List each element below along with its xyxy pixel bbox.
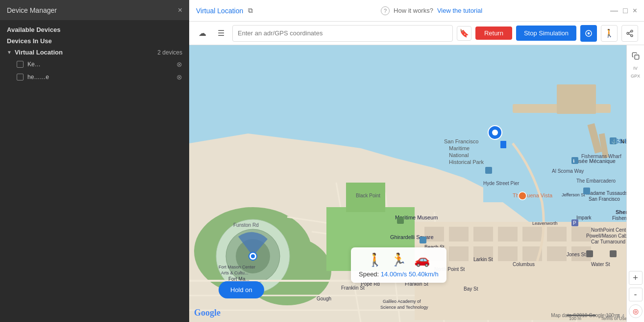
zoom-out-button[interactable]: - <box>629 288 643 301</box>
svg-text:Science and Technology: Science and Technology <box>380 305 428 310</box>
svg-text:Powell/Mason Cable: Powell/Mason Cable <box>586 233 631 239</box>
collapse-arrow-icon[interactable]: ▼ <box>7 50 12 55</box>
location-mode-button[interactable] <box>580 25 597 42</box>
cloud-icon-button[interactable]: ☁ <box>195 26 210 41</box>
search-input-wrap <box>232 25 453 42</box>
svg-rect-105 <box>420 237 426 243</box>
return-button[interactable]: Return <box>475 27 512 40</box>
speed-value[interactable]: 14.00m/s 50.40km/h <box>381 270 439 278</box>
svg-rect-47 <box>547 246 567 261</box>
svg-point-1 <box>588 32 590 34</box>
svg-rect-115 <box>635 55 639 59</box>
walk-mode-button[interactable]: 🚶 <box>601 25 618 42</box>
app-title: Device Manager <box>7 6 57 14</box>
compass-button[interactable]: ◎ <box>629 304 643 318</box>
svg-text:San Francisco: San Francisco <box>444 138 478 144</box>
svg-text:Jones St: Jones St <box>567 252 586 257</box>
app-header: Device Manager × <box>0 0 189 20</box>
copy-icon[interactable]: ⧉ <box>248 6 253 15</box>
help-text: How it works? <box>394 7 433 14</box>
jog-speed-icon[interactable]: 🏃 <box>391 252 406 268</box>
svg-text:Maritime: Maritime <box>449 145 470 151</box>
window-controls: — □ × <box>610 7 637 15</box>
svg-rect-27 <box>483 45 644 202</box>
svg-rect-100 <box>485 167 492 174</box>
svg-rect-42 <box>498 246 518 261</box>
speed-overlay: 🚶 🏃 🚗 Speed: 14.00m/s 50.40km/h <box>351 247 446 283</box>
map-area[interactable]: San Francisco Maritime National Historic… <box>189 45 644 322</box>
virtual-location-header: ▼ Virtual Location 2 devices <box>7 49 182 56</box>
vl-header-left: ▼ Virtual Location <box>7 49 63 56</box>
svg-text:Ghirardelli Square: Ghirardelli Square <box>390 234 434 240</box>
bookmark-button[interactable]: 🔖 <box>457 26 471 41</box>
hold-on-button[interactable]: Hold on <box>219 281 264 298</box>
svg-point-15 <box>251 254 255 258</box>
svg-text:Columbus: Columbus <box>513 262 535 267</box>
svg-rect-36 <box>449 227 469 242</box>
devices-in-use-header: Devices In Use <box>0 37 189 49</box>
svg-text:Black Point: Black Point <box>356 193 380 198</box>
svg-text:P: P <box>573 220 576 226</box>
svg-text:Fort Mason Center: Fort Mason Center <box>219 265 255 269</box>
svg-text:Funston Rd: Funston Rd <box>233 222 259 228</box>
gpx-label: GPX <box>631 74 640 79</box>
svg-text:Al Scoma Way: Al Scoma Way <box>552 168 584 174</box>
svg-line-6 <box>629 31 631 33</box>
drive-speed-icon[interactable]: 🚗 <box>414 252 430 268</box>
device-remove-button[interactable]: ⊗ <box>176 61 182 68</box>
device-checkbox[interactable] <box>17 61 24 68</box>
svg-text:Larkin St: Larkin St <box>473 257 493 262</box>
left-panel: Device Manager × Available Devices Devic… <box>0 0 189 322</box>
copy-map-button[interactable] <box>629 49 643 63</box>
devices-in-use-section: Devices In Use ▼ Virtual Location 2 devi… <box>0 37 189 322</box>
map-sidebar: IV GPX + - ◎ <box>626 45 644 322</box>
svg-text:National: National <box>449 152 469 158</box>
toolbar: ☁ ☰ 🔖 Return Stop Simulation 🚶 <box>189 22 644 45</box>
svg-rect-106 <box>397 217 404 224</box>
minimize-button[interactable]: — <box>610 7 618 15</box>
top-bar: Virtual Location ⧉ ? How it works? View … <box>189 0 644 22</box>
device-count: 2 devices <box>157 49 182 56</box>
svg-rect-38 <box>498 227 518 242</box>
device-item: he……e ⊗ <box>7 72 182 82</box>
svg-text:Jefferson St: Jefferson St <box>562 192 585 197</box>
device-item: Ke… ⊗ <box>7 59 182 70</box>
device-checkbox[interactable] <box>17 74 24 80</box>
svg-text:NorthPoint Centre: NorthPoint Centre <box>591 227 630 233</box>
svg-rect-43 <box>522 227 542 242</box>
close-button[interactable]: × <box>178 6 182 14</box>
share-mode-button[interactable] <box>621 25 638 42</box>
svg-text:Impark: Impark <box>576 215 592 220</box>
tutorial-link[interactable]: View the tutorial <box>437 7 482 14</box>
walk-speed-icon[interactable]: 🚶 <box>367 252 383 268</box>
search-input[interactable] <box>238 29 447 37</box>
svg-text:Leavenworth: Leavenworth <box>532 221 558 226</box>
svg-text:Historical Park: Historical Park <box>449 159 484 165</box>
device-remove-button[interactable]: ⊗ <box>176 74 182 80</box>
svg-text:Madame Tussauds: Madame Tussauds <box>586 190 628 196</box>
speed-label: Speed: <box>359 270 379 278</box>
map-attribution: Map data ©2018 Google 100 m <box>551 313 619 318</box>
window-close-button[interactable]: × <box>633 7 637 15</box>
device-name: he……e <box>27 74 49 80</box>
device-item-left: Ke… <box>17 61 41 68</box>
svg-text:⚓: ⚓ <box>611 138 618 144</box>
svg-text:Bay St: Bay St <box>464 286 478 292</box>
svg-rect-29 <box>557 84 596 114</box>
maximize-button[interactable]: □ <box>623 7 628 15</box>
help-icon: ? <box>381 6 390 15</box>
svg-point-2 <box>631 30 633 32</box>
svg-text:Arts & Cultu...: Arts & Cultu... <box>221 270 248 275</box>
right-panel: Virtual Location ⧉ ? How it works? View … <box>189 0 644 322</box>
tab-section: Virtual Location ⧉ <box>196 6 253 15</box>
svg-text:Hyde Street Pier: Hyde Street Pier <box>483 181 520 186</box>
zoom-in-button[interactable]: + <box>629 271 643 285</box>
tab-virtual-location[interactable]: Virtual Location <box>196 7 243 15</box>
google-logo: Google <box>194 308 221 318</box>
svg-point-111 <box>519 192 526 200</box>
virtual-location-label: Virtual Location <box>15 49 63 56</box>
list-icon-button[interactable]: ☰ <box>214 26 228 41</box>
device-item-left: he……e <box>17 74 49 80</box>
available-devices-label: Available Devices <box>0 20 189 37</box>
stop-simulation-button[interactable]: Stop Simulation <box>516 26 576 41</box>
